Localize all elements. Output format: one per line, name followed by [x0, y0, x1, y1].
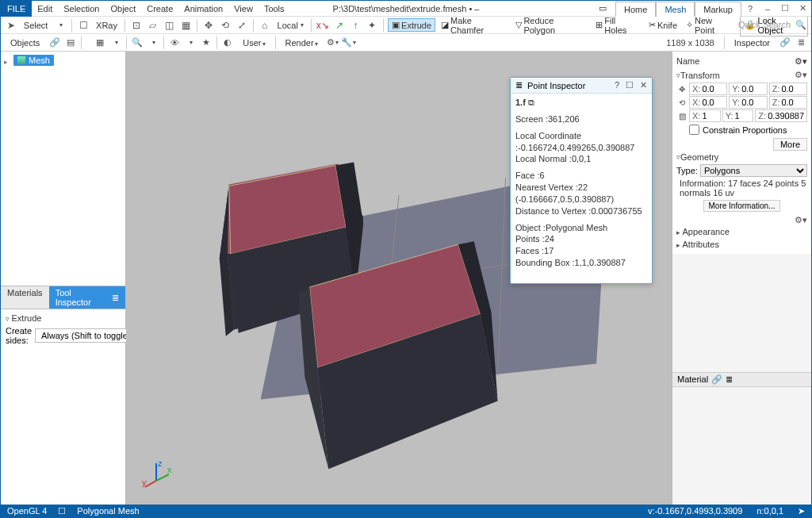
inspector-tab[interactable]: Inspector	[728, 36, 776, 49]
menu-view[interactable]: View	[228, 2, 259, 16]
eye-icon[interactable]: 👁	[167, 36, 182, 50]
scale-x-input[interactable]: X:1	[689, 109, 721, 122]
gear-icon[interactable]: ⚙▾	[795, 215, 807, 225]
axis-x-icon[interactable]: x↘	[316, 18, 330, 33]
appearance-section[interactable]: Appearance	[676, 225, 807, 238]
shading-icon[interactable]: ◐	[220, 36, 235, 50]
copy-icon[interactable]: ⧉	[528, 98, 534, 107]
render-dropdown[interactable]: Render	[279, 36, 324, 49]
link-icon[interactable]: 🔗	[48, 36, 62, 50]
xray-toggle-icon[interactable]: ☐	[76, 18, 90, 33]
edge-mode-icon[interactable]: ▱	[146, 18, 160, 33]
axis-z-icon[interactable]: ↑	[348, 18, 362, 33]
menu-animation[interactable]: Animation	[178, 2, 228, 16]
tree-item-mesh[interactable]: Mesh	[13, 55, 54, 66]
tab-home[interactable]: Home	[615, 2, 656, 17]
scale-row: ▨ X:1 Y:1 Z:0.390887	[676, 109, 807, 122]
menu-file[interactable]: FILE	[1, 1, 32, 17]
menu-object[interactable]: Object	[105, 2, 141, 16]
grid-icon[interactable]: ▦	[93, 36, 107, 50]
link-icon-2[interactable]: 🔗	[778, 36, 792, 50]
rot-z-input[interactable]: Z:0.0	[769, 96, 807, 109]
rot-y-input[interactable]: Y:0.0	[729, 96, 767, 109]
select-button[interactable]: Select	[21, 20, 52, 31]
move-icon[interactable]: ✥	[201, 18, 216, 33]
scale-z-input[interactable]: Z:0.390887	[755, 109, 807, 122]
scale-y-input[interactable]: Y:1	[722, 109, 754, 122]
material-header[interactable]: Material 🔗 ≣	[672, 372, 811, 387]
more-button[interactable]: More	[773, 138, 807, 151]
geometry-section[interactable]: Geometry	[676, 151, 807, 163]
face-mode-icon[interactable]: ◫	[163, 18, 177, 33]
axis-free-icon[interactable]: ✦	[365, 18, 379, 33]
object-mode-icon[interactable]: ▦	[178, 18, 193, 33]
attributes-section[interactable]: Attributes	[676, 238, 807, 251]
chat-icon[interactable]: ▭	[595, 3, 611, 13]
point-inspector-titlebar[interactable]: ≣ Point Inspector ? ☐ ✕	[511, 78, 652, 94]
close-icon[interactable]: ✕	[640, 80, 647, 90]
tab-markup[interactable]: Markup	[695, 2, 741, 17]
menu-create[interactable]: Create	[141, 2, 178, 16]
svg-line-24	[145, 481, 156, 487]
make-chamfer-button[interactable]: ◪ Make Chamfer	[438, 15, 510, 36]
reduce-polygon-button[interactable]: ▽ Reduce Polygon	[512, 15, 590, 36]
tab-mesh[interactable]: Mesh	[656, 2, 695, 17]
minimize-icon[interactable]: –	[759, 2, 776, 16]
point-inspector-panel[interactable]: ≣ Point Inspector ? ☐ ✕ 1.f ⧉ Screen :36…	[510, 77, 653, 284]
help-icon[interactable]: ?	[741, 2, 759, 16]
zoom-fit-icon[interactable]: 🔍	[130, 36, 144, 50]
transform-section[interactable]: Transform⚙▾	[676, 68, 807, 82]
menu-selection[interactable]: Selection	[58, 2, 105, 16]
home-icon[interactable]: ⌂	[258, 18, 272, 33]
rot-x-input[interactable]: X:0.0	[689, 96, 727, 109]
more-info-button[interactable]: More Information...	[703, 200, 781, 212]
extrude-button[interactable]: ▣ Extrude	[388, 18, 435, 32]
knife-button[interactable]: ✂ Knife	[645, 19, 680, 31]
axis-y-icon[interactable]: ↗	[332, 18, 347, 33]
pi-nearest-vertex: Nearest Vertex :22 (-0.166667,0.5,0.3908…	[515, 182, 647, 205]
page-icon[interactable]: ▤	[63, 36, 78, 50]
new-point-button[interactable]: ✧ New Point	[683, 15, 737, 36]
rotate-icon[interactable]: ⟲	[218, 18, 232, 33]
scale-icon[interactable]: ⤢	[235, 18, 249, 33]
pos-z-input[interactable]: Z:0.0	[769, 82, 807, 95]
menu-tools[interactable]: Tools	[259, 2, 290, 16]
select-dropdown[interactable]	[53, 18, 67, 33]
tree-expand-icon[interactable]: ▸	[4, 58, 8, 66]
create-sides-label: Create sides:	[6, 326, 32, 345]
status-maximize-icon[interactable]: ☐	[58, 506, 66, 516]
viewport-3d[interactable]: z x y ≣ Point Inspector ? ☐ ✕ 1.f ⧉ Scre…	[126, 52, 672, 505]
user-dropdown[interactable]: User	[236, 36, 271, 49]
menu-edit[interactable]: Edit	[32, 2, 58, 16]
local-dropdown[interactable]: Local	[274, 20, 307, 31]
vertex-mode-icon[interactable]: ⊡	[129, 18, 144, 33]
pos-y-input[interactable]: Y:0.0	[729, 82, 767, 95]
constrain-row[interactable]: Constrain Proportions	[676, 123, 807, 136]
close-icon[interactable]: ✕	[794, 1, 811, 16]
maximize-icon[interactable]: ☐	[626, 80, 634, 90]
gear-icon[interactable]: ⚙▾	[795, 70, 807, 80]
constrain-checkbox[interactable]	[689, 125, 699, 135]
list-icon[interactable]: ≣	[794, 36, 808, 50]
objects-tab[interactable]: Objects	[4, 36, 46, 49]
quick-search[interactable]: Quick Search 🔍	[738, 17, 806, 32]
type-select[interactable]: Polygons	[700, 164, 807, 177]
eye-dropdown[interactable]	[183, 36, 197, 50]
help-icon[interactable]: ?	[615, 80, 619, 90]
zoom-dropdown[interactable]	[146, 36, 160, 50]
grid-dropdown[interactable]	[109, 36, 123, 50]
object-tree[interactable]: ▸ Mesh	[1, 52, 125, 286]
pos-x-input[interactable]: X:0.0	[689, 82, 727, 95]
extrude-section[interactable]: Extrude	[6, 312, 121, 324]
wrench-icon[interactable]: 🔧	[342, 36, 356, 50]
tool-inspector-tab[interactable]: Tool Inspector≣	[49, 286, 125, 309]
materials-tab[interactable]: Materials	[1, 286, 49, 309]
maximize-icon[interactable]: ☐	[776, 1, 794, 16]
fill-holes-button[interactable]: ⊞ Fill Holes	[592, 15, 643, 36]
xray-button[interactable]: XRay	[93, 20, 121, 31]
star-icon[interactable]: ★	[199, 36, 213, 50]
gear-icon[interactable]: ⚙	[326, 36, 340, 50]
separator	[81, 36, 82, 49]
gear-icon[interactable]: ⚙▾	[795, 56, 807, 67]
cursor-icon[interactable]: ➤	[4, 18, 18, 33]
